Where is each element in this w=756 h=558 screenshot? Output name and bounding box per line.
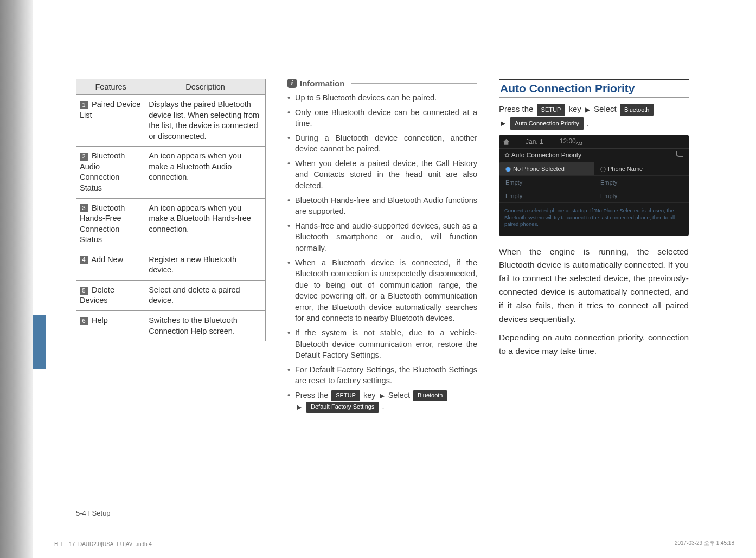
- screenshot-date: Jan. 1: [526, 138, 543, 145]
- screenshot-cell-selected: No Phone Selected: [499, 162, 594, 176]
- screenshot-cell: Empty: [499, 176, 594, 189]
- row-number-badge: 6: [80, 317, 88, 325]
- page-binding-shadow: [0, 0, 33, 558]
- information-heading: i Information: [287, 79, 477, 88]
- back-icon: [676, 151, 683, 157]
- row-number-badge: 3: [80, 204, 88, 212]
- feature-desc: An icon appears when you make a Bluetoot…: [145, 198, 266, 250]
- list-item: Press the SETUP key ▶ Select Bluetooth ▶…: [287, 390, 477, 413]
- section-color-tab: [33, 315, 46, 369]
- list-item: Up to 5 Bluetooth devices can be paired.: [287, 92, 477, 104]
- phone-name-label: Phone Name: [608, 166, 643, 172]
- gear-icon: ✿: [504, 151, 510, 159]
- feature-name: Help: [92, 316, 108, 325]
- column-auto-connection: Auto Connection Priority Press the SETUP…: [499, 79, 689, 416]
- press-prefix: Press the: [295, 391, 328, 400]
- setup-key: SETUP: [537, 104, 566, 116]
- select-word: Select: [594, 104, 617, 113]
- information-list: Up to 5 Bluetooth devices can be paired.…: [287, 92, 477, 413]
- info-icon: i: [287, 79, 297, 88]
- feature-desc: Displays the paired Bluetooth device lis…: [145, 95, 266, 147]
- no-phone-selected-label: No Phone Selected: [513, 166, 565, 172]
- list-item: Bluetooth Hands-free and Bluetooth Audio…: [287, 195, 477, 217]
- page-footer-ref: 5-4 I Setup: [76, 509, 111, 517]
- screenshot-ampm: AM: [576, 141, 582, 146]
- list-item: If the system is not stable, due to a ve…: [287, 327, 477, 361]
- list-item: When a Bluetooth device is connected, if…: [287, 257, 477, 324]
- section-title: Auto Connection Priority: [499, 79, 689, 98]
- home-icon: [503, 139, 509, 145]
- information-heading-text: Information: [300, 79, 345, 88]
- table-header-features: Features: [76, 79, 145, 95]
- table-row: 6 Help Switches to the Bluetooth Connect…: [76, 311, 266, 341]
- row-number-badge: 5: [80, 287, 88, 295]
- screenshot-cell: Empty: [499, 189, 594, 203]
- feature-desc: Register a new Bluetooth device.: [145, 250, 266, 280]
- row-number-badge: 1: [80, 101, 88, 109]
- table-header-description: Description: [145, 79, 266, 95]
- screenshot-footer-text: Connect a selected phone at startup. If …: [499, 203, 689, 235]
- column-information: i Information Up to 5 Bluetooth devices …: [287, 79, 477, 416]
- press-instruction: Press the SETUP key ▶ Select Bluetooth ▶…: [499, 102, 689, 130]
- body-paragraph-1: When the engine is running, the selected…: [499, 245, 689, 326]
- print-mark-left: H_LF 17_DAUD2.0[USA_EU]AV_.indb 4: [54, 541, 152, 547]
- table-row: 1 Paired Device List Displays the paired…: [76, 95, 266, 147]
- screenshot-cell: Empty: [594, 176, 689, 189]
- screenshot-cell: Phone Name: [594, 162, 689, 176]
- auto-connection-priority-key: Auto Connection Priority: [510, 117, 584, 130]
- triangle-icon: ▶: [501, 118, 505, 129]
- row-number-badge: 4: [80, 256, 88, 264]
- feature-name: Add New: [91, 255, 123, 264]
- screenshot-row: Empty Empty: [499, 176, 689, 189]
- body-paragraph-2: Depending on auto connection priority, c…: [499, 331, 689, 358]
- list-item: For Default Factory Settings, the Blueto…: [287, 364, 477, 386]
- key-word: key: [363, 391, 376, 400]
- device-screenshot: Jan. 1 12:00AM ✿ Auto Connection Priorit…: [499, 135, 689, 236]
- list-item: Only one Bluetooth device can be connect…: [287, 107, 477, 129]
- radio-icon: [600, 167, 606, 172]
- page-content: Features Description 1 Paired Device Lis…: [76, 79, 700, 416]
- default-factory-key: Default Factory Settings: [306, 402, 379, 413]
- feature-desc: An icon appears when you make a Bluetoot…: [145, 147, 266, 198]
- row-number-badge: 2: [80, 153, 88, 161]
- print-mark-right: 2017-03-29 오후 1:45:18: [675, 540, 734, 547]
- feature-desc: Select and delete a paired device.: [145, 280, 266, 310]
- screenshot-title-row: ✿ Auto Connection Priority: [499, 149, 689, 162]
- features-table: Features Description 1 Paired Device Lis…: [76, 79, 266, 341]
- table-row: 4 Add New Register a new Bluetooth devic…: [76, 250, 266, 280]
- table-row: 2 Bluetooth Audio Connection Status An i…: [76, 147, 266, 198]
- key-word: key: [568, 104, 581, 113]
- list-item: When you delete a paired device, the Cal…: [287, 158, 477, 192]
- column-features-table: Features Description 1 Paired Device Lis…: [76, 79, 266, 416]
- triangle-icon: ▶: [297, 403, 302, 412]
- screenshot-row: Empty Empty: [499, 189, 689, 203]
- screenshot-title: Auto Connection Priority: [511, 151, 581, 159]
- screenshot-time: 12:00: [560, 137, 576, 145]
- bluetooth-key: Bluetooth: [413, 390, 447, 401]
- screenshot-header-row: No Phone Selected Phone Name: [499, 162, 689, 176]
- feature-name: Paired Device List: [80, 100, 140, 119]
- select-word: Select: [388, 391, 410, 400]
- triangle-icon: ▶: [585, 104, 590, 115]
- list-item: Hands-free and audio-supported devices, …: [287, 220, 477, 254]
- screenshot-cell: Empty: [594, 189, 689, 203]
- screenshot-statusbar: Jan. 1 12:00AM: [499, 135, 689, 149]
- press-prefix: Press the: [499, 104, 533, 113]
- setup-key: SETUP: [331, 390, 360, 401]
- bluetooth-key: Bluetooth: [620, 104, 654, 116]
- radio-icon: [505, 167, 511, 172]
- table-row: 3 Bluetooth Hands-Free Connection Status…: [76, 198, 266, 250]
- list-item: During a Bluetooth device connection, an…: [287, 132, 477, 155]
- table-row: 5 Delete Devices Select and delete a pai…: [76, 280, 266, 310]
- feature-desc: Switches to the Bluetooth Connection Hel…: [145, 311, 266, 341]
- triangle-icon: ▶: [380, 391, 385, 401]
